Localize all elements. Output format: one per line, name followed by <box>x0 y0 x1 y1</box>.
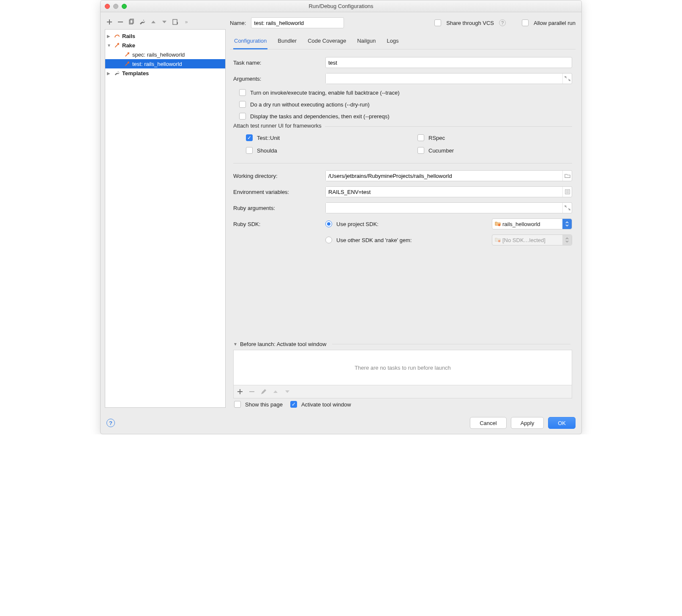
project-sdk-select[interactable]: rails_helloworld <box>492 218 572 229</box>
help-button[interactable]: ? <box>106 419 115 427</box>
copy-icon[interactable] <box>128 18 135 26</box>
task-name-label: Task name: <box>233 60 320 66</box>
move-down-icon[interactable] <box>161 18 168 26</box>
share-vcs-label: Share through VCS <box>446 20 494 26</box>
folder-icon[interactable] <box>562 171 572 181</box>
tree-node-rake-child[interactable]: spec: rails_helloworld <box>105 50 225 59</box>
tab-configuration[interactable]: Configuration <box>233 36 267 49</box>
tree-label: spec: rails_helloworld <box>132 52 185 58</box>
allow-parallel-label: Allow parallel run <box>534 20 576 26</box>
ruby-args-input[interactable] <box>326 203 562 213</box>
rake-icon <box>124 60 131 67</box>
chevron-right-icon[interactable]: » <box>183 18 190 26</box>
use-project-sdk-radio[interactable] <box>325 221 332 227</box>
move-up-icon[interactable] <box>150 18 157 26</box>
rspec-checkbox[interactable] <box>417 134 424 141</box>
window-title: Run/Debug Configurations <box>101 3 581 9</box>
ok-button[interactable]: OK <box>548 417 576 429</box>
other-sdk-select: [No SDK…lected] <box>492 234 572 245</box>
working-dir-input[interactable] <box>326 171 562 181</box>
tree-toolbar: » <box>105 16 226 29</box>
tree-node-rails[interactable]: ▶ Rails <box>105 31 225 41</box>
working-dir-label: Working directory: <box>233 173 320 179</box>
config-tree[interactable]: ▶ Rails ▼ Rake spec: rails_helloworld te… <box>105 29 226 408</box>
other-sdk-value: [No SDK…lected] <box>502 237 546 243</box>
show-page-checkbox[interactable] <box>234 401 241 408</box>
expand-icon[interactable] <box>562 74 572 84</box>
before-launch-empty: There are no tasks to run before launch <box>355 365 451 371</box>
apply-button[interactable]: Apply <box>511 417 544 429</box>
svg-point-5 <box>498 240 500 242</box>
prereqs-checkbox[interactable] <box>239 113 246 120</box>
triangle-right-icon: ▶ <box>107 71 112 76</box>
rake-icon <box>124 51 131 58</box>
before-launch-label: Before launch: Activate tool window <box>240 341 327 347</box>
testunit-checkbox[interactable] <box>246 134 253 141</box>
list-icon[interactable] <box>562 187 572 197</box>
tree-label: Rake <box>122 42 135 49</box>
cucumber-label: Cucumber <box>428 147 454 154</box>
triangle-down-icon: ▼ <box>107 43 112 48</box>
tree-node-rake-child-selected[interactable]: test: rails_helloworld <box>105 59 225 68</box>
attach-legend: Attach test runner UI for frameworks <box>233 123 325 129</box>
allow-parallel-checkbox[interactable] <box>522 19 529 26</box>
trace-label: Turn on invoke/execute tracing, enable f… <box>250 90 400 96</box>
testunit-label: Test::Unit <box>257 135 280 141</box>
tree-node-templates[interactable]: ▶ Templates <box>105 68 225 78</box>
ruby-sdk-label: Ruby SDK: <box>233 221 320 227</box>
task-name-input[interactable] <box>325 57 572 68</box>
tab-nailgun[interactable]: Nailgun <box>356 36 376 49</box>
remove-icon <box>248 388 256 395</box>
show-page-label: Show this page <box>245 401 283 408</box>
add-icon[interactable] <box>236 388 244 395</box>
shoulda-checkbox[interactable] <box>246 147 253 154</box>
name-label: Name: <box>230 20 246 26</box>
triangle-right-icon: ▶ <box>107 34 112 38</box>
folder-icon <box>495 237 501 244</box>
tab-code-coverage[interactable]: Code Coverage <box>307 36 347 49</box>
before-toolbar <box>233 385 572 398</box>
use-other-sdk-radio[interactable] <box>325 237 332 243</box>
remove-icon[interactable] <box>117 18 124 26</box>
arguments-input[interactable] <box>326 74 562 84</box>
tree-node-rake[interactable]: ▼ Rake <box>105 41 225 50</box>
ruby-args-label: Ruby arguments: <box>233 205 320 211</box>
rails-icon <box>114 33 120 39</box>
move-down-icon <box>284 388 291 395</box>
move-up-icon <box>272 388 279 395</box>
use-project-sdk-label: Use project SDK: <box>336 221 379 227</box>
chevron-updown-icon <box>562 235 572 245</box>
svg-rect-2 <box>173 19 177 25</box>
trace-checkbox[interactable] <box>239 89 246 96</box>
name-input[interactable] <box>251 17 344 28</box>
share-vcs-checkbox[interactable] <box>434 19 441 26</box>
activate-window-checkbox[interactable] <box>290 401 297 408</box>
before-launch-list[interactable]: There are no tasks to run before launch <box>233 350 572 385</box>
add-icon[interactable] <box>106 18 113 26</box>
use-other-sdk-label: Use other SDK and 'rake' gem: <box>336 237 412 243</box>
dryrun-label: Do a dry run without executing actions (… <box>250 101 370 108</box>
expand-icon[interactable] <box>562 203 572 213</box>
svg-point-4 <box>498 224 500 226</box>
titlebar: Run/Debug Configurations <box>101 0 581 12</box>
rake-icon <box>114 42 120 49</box>
arguments-label: Arguments: <box>233 76 320 82</box>
cancel-button[interactable]: Cancel <box>470 417 506 429</box>
help-icon[interactable]: ? <box>499 19 506 26</box>
cucumber-checkbox[interactable] <box>417 147 424 154</box>
env-vars-input[interactable] <box>326 187 562 197</box>
prereqs-label: Display the tasks and dependencies, then… <box>250 113 390 120</box>
tab-logs[interactable]: Logs <box>386 36 399 49</box>
shoulda-label: Shoulda <box>257 147 277 154</box>
tab-bundler[interactable]: Bundler <box>277 36 297 49</box>
tree-label: test: rails_helloworld <box>132 61 182 67</box>
save-template-icon[interactable] <box>172 18 179 26</box>
tree-label: Rails <box>122 33 135 39</box>
wrench-icon[interactable] <box>139 18 146 26</box>
dryrun-checkbox[interactable] <box>239 101 246 108</box>
activate-window-label: Activate tool window <box>301 401 351 408</box>
rspec-label: RSpec <box>428 135 445 141</box>
wrench-icon <box>114 70 120 76</box>
triangle-down-icon[interactable]: ▼ <box>233 342 237 346</box>
tree-label: Templates <box>122 70 149 76</box>
